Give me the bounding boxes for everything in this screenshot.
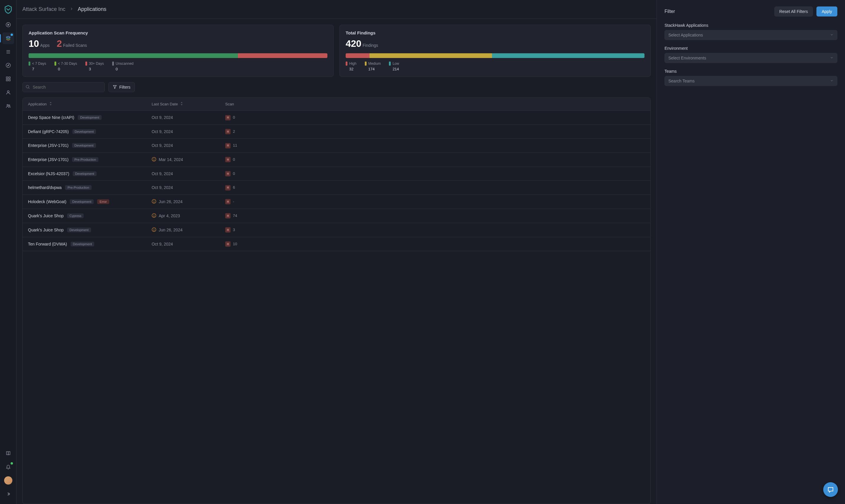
cell-application: Quark's Juice ShopCypress xyxy=(28,213,151,218)
table-row[interactable]: Enterprise (JSV-1701)Pre-ProductionMar 1… xyxy=(23,153,650,167)
cell-application: Ten Forward (DVWA)Development xyxy=(28,242,151,247)
svg-point-5 xyxy=(6,63,10,68)
field-teams: Teams Search Teams xyxy=(665,69,837,86)
select-environment[interactable]: Select Environments xyxy=(665,53,837,63)
table-row[interactable]: Quark's Juice ShopDevelopmentJun 26, 202… xyxy=(23,223,650,237)
search-icon xyxy=(25,85,30,90)
nav-item-expand[interactable] xyxy=(2,488,14,500)
scan-date: Oct 9, 2024 xyxy=(151,115,173,120)
scan-frequency-bar xyxy=(29,53,327,58)
table-row[interactable]: Excelsior (NJS-42037)DevelopmentOct 9, 2… xyxy=(23,167,650,181)
nav-item-dashboard[interactable] xyxy=(2,73,14,85)
high-severity-badge: H xyxy=(225,171,231,176)
nav-item-play[interactable] xyxy=(2,19,14,31)
scan-date: Mar 14, 2024 xyxy=(159,157,183,162)
legend-label: 30+ Days xyxy=(89,61,104,66)
select-teams[interactable]: Search Teams xyxy=(665,76,837,86)
header-application[interactable]: Application xyxy=(28,102,151,106)
table-row[interactable]: Deep Space Nine (crAPI)DevelopmentOct 9,… xyxy=(23,111,650,125)
search-input[interactable] xyxy=(22,82,105,92)
cell-last-scan-date: Mar 14, 2024 xyxy=(151,157,225,162)
nav-item-applications[interactable] xyxy=(2,32,14,44)
content-area: Application Scan Frequency 10Apps 2Faile… xyxy=(17,19,657,504)
cell-last-scan-date: Oct 9, 2024 xyxy=(151,129,225,134)
notification-dot xyxy=(11,462,13,465)
stale-warning-icon xyxy=(151,199,156,204)
legend-label: High xyxy=(349,61,357,66)
svg-point-14 xyxy=(26,85,29,88)
application-name: Deep Space Nine (crAPI) xyxy=(28,115,74,120)
chevron-down-icon xyxy=(830,33,833,37)
high-severity-count: 0 xyxy=(233,171,235,176)
environment-tag: Cypress xyxy=(67,213,84,218)
nav-item-avatar[interactable] xyxy=(2,474,14,486)
legend-label: Medium xyxy=(368,61,381,66)
high-severity-badge: H xyxy=(225,143,231,148)
environment-tag: Pre-Production xyxy=(72,157,98,162)
legend-item: Unscanned0 xyxy=(112,61,134,71)
svg-rect-9 xyxy=(6,79,8,81)
high-severity-badge: H xyxy=(225,227,231,233)
breadcrumb-org[interactable]: Attack Surface Inc xyxy=(22,6,65,12)
apply-filters-button[interactable]: Apply xyxy=(816,6,837,17)
svg-marker-1 xyxy=(8,24,9,25)
svg-line-15 xyxy=(29,88,30,89)
nav-item-team[interactable] xyxy=(2,100,14,112)
scan-date: Oct 9, 2024 xyxy=(151,242,173,247)
brand-logo[interactable] xyxy=(3,4,14,15)
cell-scan-findings: H0 xyxy=(225,171,645,177)
reset-filters-button[interactable]: Reset All Filters xyxy=(774,6,813,17)
table-row[interactable]: Quark's Juice ShopCypressApr 4, 2023H74 xyxy=(23,209,650,223)
scan-frequency-legend: < 7 Days7< 7-30 Days030+ Days3Unscanned0 xyxy=(29,61,327,71)
nav-item-notifications[interactable] xyxy=(2,461,14,473)
cell-scan-findings: H0 xyxy=(225,157,645,162)
nav-item-list[interactable] xyxy=(2,46,14,58)
scan-date: Oct 9, 2024 xyxy=(151,143,173,148)
scan-date: Oct 9, 2024 xyxy=(151,185,173,190)
cell-scan-findings: H0 xyxy=(225,115,645,121)
table-toolbar: Filters xyxy=(22,82,651,92)
table-row[interactable]: Ten Forward (DVWA)DevelopmentOct 9, 2024… xyxy=(23,237,650,251)
cell-scan-findings: H74 xyxy=(225,213,645,219)
table-body[interactable]: Deep Space Nine (crAPI)DevelopmentOct 9,… xyxy=(23,111,650,504)
application-name: Excelsior (NJS-42037) xyxy=(28,171,69,176)
legend-swatch xyxy=(365,61,366,66)
card-title: Total Findings xyxy=(346,30,645,35)
table-row[interactable]: Enterprise (JSV-1701)DevelopmentOct 9, 2… xyxy=(23,139,650,153)
table-header: Application Last Scan Date Scan xyxy=(23,98,650,111)
cell-application: Holodeck (WebGoat)DevelopmentError xyxy=(28,199,151,204)
environment-tag: Development xyxy=(72,129,96,134)
table-row[interactable]: helmethard/dvpwaPre-ProductionOct 9, 202… xyxy=(23,181,650,195)
nav-item-docs[interactable] xyxy=(2,448,14,459)
high-severity-badge: H xyxy=(225,199,231,204)
field-applications: StackHawk Applications Select Applicatio… xyxy=(665,23,837,40)
header-application-label: Application xyxy=(28,102,47,106)
svg-marker-20 xyxy=(181,104,182,105)
nav-item-explore[interactable] xyxy=(2,59,14,71)
legend-label: Unscanned xyxy=(116,61,134,66)
select-applications-placeholder: Select Applications xyxy=(668,33,703,37)
legend-swatch xyxy=(85,61,87,66)
cell-last-scan-date: Jun 26, 2024 xyxy=(151,199,225,204)
cell-last-scan-date: Apr 4, 2023 xyxy=(151,213,225,219)
chat-fab[interactable] xyxy=(823,482,838,497)
field-applications-label: StackHawk Applications xyxy=(665,23,837,28)
nav-item-user[interactable] xyxy=(2,87,14,98)
filter-icon xyxy=(113,85,117,90)
select-applications[interactable]: Select Applications xyxy=(665,30,837,40)
environment-tag: Development xyxy=(72,143,96,148)
application-name: Quark's Juice Shop xyxy=(28,213,64,218)
cell-last-scan-date: Oct 9, 2024 xyxy=(151,143,225,148)
select-environment-placeholder: Select Environments xyxy=(668,56,706,60)
legend-item: High32 xyxy=(346,61,357,71)
table-row[interactable]: Defiant (gRPC-74205)DevelopmentOct 9, 20… xyxy=(23,125,650,139)
legend-value: 0 xyxy=(54,67,77,71)
header-last-scan-date[interactable]: Last Scan Date xyxy=(151,102,225,106)
filters-button[interactable]: Filters xyxy=(108,82,135,92)
scan-date: Oct 9, 2024 xyxy=(151,129,173,134)
legend-item: 30+ Days3 xyxy=(85,61,104,71)
table-row[interactable]: Holodeck (WebGoat)DevelopmentErrorJun 26… xyxy=(23,195,650,209)
filter-drawer: Filter Reset All Filters Apply StackHawk… xyxy=(657,0,845,504)
application-name: Ten Forward (DVWA) xyxy=(28,242,67,247)
high-severity-count: 74 xyxy=(233,213,237,218)
